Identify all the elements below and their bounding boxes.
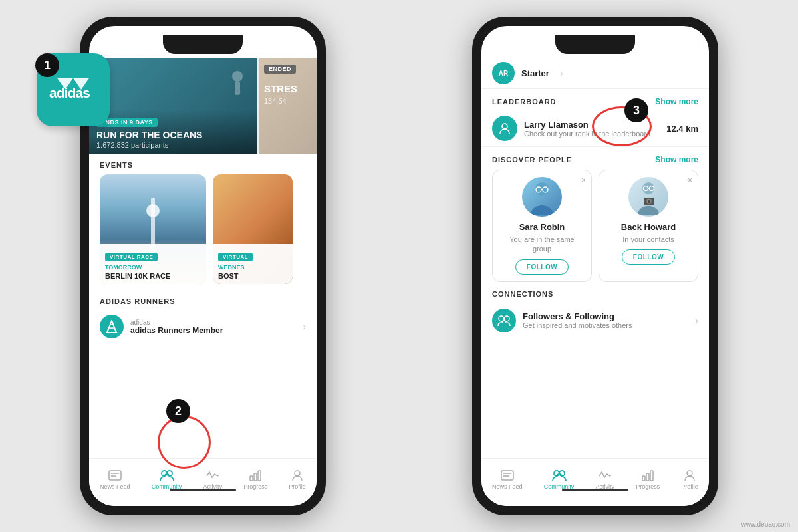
right-phone-screen: AR Starter › LEADERBOARD Show more Lar: [481, 26, 709, 506]
event2-badge: VIRTUAL: [218, 253, 253, 261]
howard-close[interactable]: ×: [688, 176, 692, 185]
event1-day: TOMORROW: [105, 264, 201, 271]
nav-profile-right[interactable]: Profile: [681, 469, 698, 490]
nav-newsfeed-left[interactable]: News Feed: [100, 469, 130, 490]
person-card-howard: ×: [598, 170, 698, 282]
left-bottom-nav: News Feed Community: [89, 458, 317, 506]
nav-newsfeed-label-right: News Feed: [492, 483, 523, 490]
discover-show-more[interactable]: Show more: [655, 155, 698, 164]
conn-sub: Get inspired and motivates others: [523, 321, 632, 329]
event1-name: BERLIN 10K RACE: [105, 272, 201, 280]
step-1-badge: 1: [35, 53, 59, 77]
event2-name: BOST: [218, 272, 287, 280]
stress-title: STRES: [259, 80, 317, 97]
nav-progress-right[interactable]: Progress: [636, 469, 660, 490]
lb-info: Larry Llamason Check out your rank in th…: [524, 120, 650, 138]
howard-avatar-inner: [628, 177, 668, 217]
second-banner: ENDED STRES 134.54: [257, 58, 317, 154]
runners-section: ADIDAS RUNNERS adidas adidas Runners Mem…: [89, 284, 317, 346]
nav-newsfeed-label-left: News Feed: [100, 483, 130, 490]
left-phone-screen: ENDS IN 9 DAYS RUN FOR THE OCEANS 1.672.…: [89, 26, 317, 506]
step-3-badge: 3: [624, 98, 648, 122]
progress-icon-right: [640, 469, 655, 481]
ended-badge: ENDED: [264, 65, 296, 74]
leaderboard-show-more[interactable]: Show more: [655, 97, 698, 106]
event2-day: WEDNES: [218, 264, 287, 271]
nav-progress-label-left: Progress: [243, 483, 267, 490]
newsfeed-icon-right: [500, 469, 515, 481]
svg-rect-5: [235, 82, 240, 95]
svg-rect-21: [254, 473, 257, 481]
nav-profile-label-left: Profile: [289, 483, 306, 490]
community-icon-right: [552, 469, 567, 481]
runner-chevron: ›: [303, 321, 306, 332]
lb-sub: Check out your rank in the leaderboard: [524, 130, 650, 138]
runners-title: ADIDAS RUNNERS: [100, 291, 306, 311]
lb-distance: 12.4 km: [666, 124, 698, 134]
people-row: ×: [481, 170, 709, 282]
conn-avatar: [492, 309, 516, 332]
svg-rect-45: [650, 471, 653, 481]
nav-newsfeed-right[interactable]: News Feed: [492, 469, 523, 490]
connections-section: CONNECTIONS Followers & Following: [481, 282, 709, 344]
event-card-boston[interactable]: VIRTUAL WEDNES BOST: [213, 174, 293, 284]
nav-community-left[interactable]: Community: [152, 469, 182, 490]
right-phone-notch: [555, 35, 635, 54]
person-card-sara: ×: [492, 170, 592, 282]
runner-item[interactable]: adidas adidas Runners Member ›: [100, 311, 306, 342]
events-row: VIRTUAL RACE TOMORROW BERLIN 10K RACE VI…: [89, 174, 317, 284]
sara-avatar-inner: [522, 177, 562, 217]
left-phone: ENDS IN 9 DAYS RUN FOR THE OCEANS 1.672.…: [80, 17, 326, 515]
runner-sub-label: adidas: [130, 319, 223, 326]
sara-close[interactable]: ×: [581, 176, 586, 185]
nav-activity-left[interactable]: Activity: [203, 469, 222, 490]
leaderboard-title: LEADERBOARD: [492, 98, 557, 106]
leaderboard-header: LEADERBOARD Show more: [481, 89, 709, 110]
discover-title: DISCOVER PEOPLE: [492, 156, 572, 164]
svg-point-25: [535, 182, 549, 196]
step-2-badge: 2: [166, 399, 190, 423]
newsfeed-icon-left: [108, 469, 122, 481]
sara-sub: You are in the same group: [499, 235, 585, 254]
connections-item[interactable]: Followers & Following Get inspired and m…: [492, 303, 698, 338]
event1-badge: VIRTUAL RACE: [105, 253, 158, 261]
right-bottom-nav: News Feed Community: [481, 458, 709, 506]
right-phone: AR Starter › LEADERBOARD Show more Lar: [472, 17, 718, 515]
left-phone-notch: [163, 35, 243, 54]
runner-info: adidas adidas Runners Member: [130, 319, 223, 335]
ar-user-section: AR Starter ›: [481, 58, 709, 89]
nav-activity-right[interactable]: Activity: [595, 469, 614, 490]
conn-name: Followers & Following: [523, 311, 632, 321]
svg-point-4: [232, 71, 243, 82]
profile-icon-left: [290, 469, 305, 481]
nav-community-right[interactable]: Community: [544, 469, 575, 490]
progress-icon-left: [248, 469, 263, 481]
hero-banner: ENDS IN 9 DAYS RUN FOR THE OCEANS 1.672.…: [89, 58, 317, 154]
svg-rect-43: [642, 476, 645, 481]
howard-follow-btn[interactable]: FOLLOW: [622, 249, 675, 265]
activity-icon-right: [598, 469, 612, 481]
svg-marker-12: [107, 321, 116, 332]
svg-rect-15: [109, 471, 121, 480]
nav-progress-label-right: Progress: [636, 483, 660, 490]
ar-badge-label: Starter: [521, 68, 549, 78]
nav-progress-left[interactable]: Progress: [243, 469, 267, 490]
svg-point-23: [295, 471, 300, 476]
svg-rect-44: [646, 473, 649, 481]
discover-header: DISCOVER PEOPLE Show more: [481, 147, 709, 170]
left-screen-content: ENDS IN 9 DAYS RUN FOR THE OCEANS 1.672.…: [89, 26, 317, 506]
svg-rect-38: [501, 471, 513, 480]
leaderboard-item[interactable]: Larry Llamason Check out your rank in th…: [481, 110, 709, 147]
ar-avatar: AR: [492, 62, 515, 84]
connections-title: CONNECTIONS: [492, 290, 698, 298]
svg-rect-20: [250, 476, 253, 481]
svg-rect-22: [258, 471, 261, 481]
conn-chevron: ›: [695, 315, 698, 327]
nav-profile-label-right: Profile: [681, 483, 698, 490]
nav-profile-left[interactable]: Profile: [289, 469, 306, 490]
left-home-bar: [170, 489, 236, 491]
sara-name: Sara Robin: [499, 222, 585, 232]
sara-avatar: [522, 177, 562, 217]
sara-follow-btn[interactable]: FOLLOW: [515, 259, 569, 275]
event-card-berlin[interactable]: VIRTUAL RACE TOMORROW BERLIN 10K RACE: [100, 174, 206, 284]
